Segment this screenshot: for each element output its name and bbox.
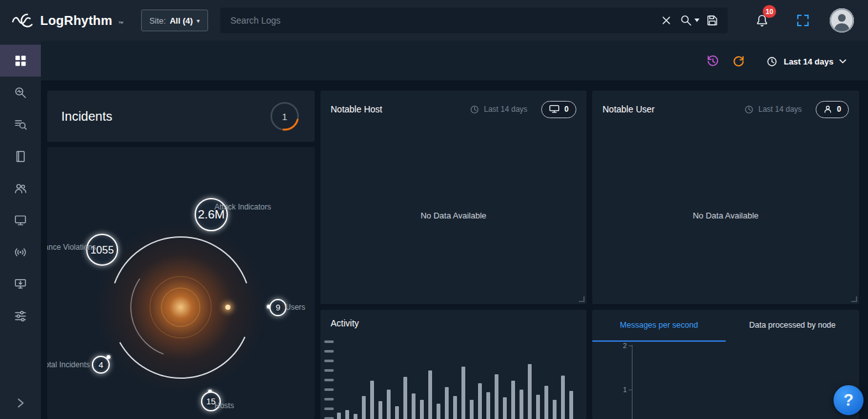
activity-bar	[536, 395, 540, 419]
chevron-down-icon	[694, 19, 700, 22]
notable-host-title: Notable Host	[331, 104, 382, 114]
notable-user-empty-text: No Data Available	[592, 211, 859, 220]
notable-host-empty-text: No Data Available	[320, 211, 587, 220]
sidebar-expand-button[interactable]	[0, 392, 41, 414]
save-search-button[interactable]	[701, 9, 724, 32]
chevron-right-icon	[15, 397, 26, 409]
axis-dash	[324, 369, 334, 372]
y-tick-label: 1	[617, 386, 627, 393]
sidebar-item-dashboards[interactable]	[0, 45, 41, 77]
activity-bar	[412, 393, 415, 419]
resize-handle[interactable]	[851, 296, 857, 302]
activity-bar	[445, 387, 449, 419]
chevron-down-icon: ▾	[197, 17, 200, 24]
axis-dash	[324, 398, 334, 400]
broadcast-icon	[13, 245, 27, 259]
sidebar-item-deployment-monitor[interactable]	[0, 268, 41, 300]
incidents-count: 1	[269, 100, 301, 132]
sidebar-item-people[interactable]	[0, 172, 41, 204]
notable-host-time-range: Last 14 days	[470, 105, 527, 114]
notable-host-header: Notable Host Last 14 days 0	[320, 91, 587, 128]
bubble-total-incidents[interactable]: 4	[92, 356, 110, 374]
activity-bar	[544, 386, 548, 419]
panel-metrics: Messages per second Data processed by no…	[592, 310, 859, 419]
help-button[interactable]: ?	[834, 385, 864, 415]
time-range-selector[interactable]: Last 14 days	[766, 56, 846, 68]
tab-data-processed-by-node[interactable]: Data processed by node	[726, 310, 859, 342]
activity-bar	[528, 364, 532, 419]
site-selector[interactable]: Site: All (4) ▾	[141, 10, 208, 31]
clock-icon	[470, 105, 479, 114]
sidebar-item-cases[interactable]	[0, 141, 41, 172]
restore-dashboard-button[interactable]	[702, 50, 724, 72]
panel-notable-host: Notable Host Last 14 days 0 No Data Avai…	[320, 91, 587, 304]
activity-bars	[337, 323, 581, 419]
clear-search-button[interactable]	[655, 9, 678, 32]
activity-bar	[503, 397, 507, 419]
notable-host-count: 0	[564, 105, 569, 114]
logo-trademark: ™	[118, 20, 123, 26]
activity-bar	[378, 401, 382, 419]
bubble-users[interactable]: 9	[269, 299, 287, 316]
axis-dash	[324, 408, 334, 410]
sidebar-item-hosts[interactable]	[0, 204, 41, 236]
axis-dash	[324, 350, 334, 353]
activity-bar	[387, 390, 391, 419]
search-button[interactable]	[678, 9, 701, 32]
notable-user-title: Notable User	[602, 104, 655, 114]
person-icon	[823, 105, 832, 114]
sidebar-item-analyze[interactable]	[0, 77, 41, 109]
notable-host-count-pill[interactable]: 0	[541, 101, 576, 118]
activity-bar	[495, 374, 498, 419]
top-bar: LogRhythm ™ Site: All (4) ▾	[0, 0, 868, 41]
activity-bar	[553, 400, 557, 419]
activity-bar	[486, 392, 490, 419]
activity-bar	[428, 370, 432, 419]
panel-activity: Activity	[320, 310, 587, 419]
activity-bar	[561, 376, 565, 419]
activity-bar	[362, 396, 366, 419]
axis-dash	[324, 360, 334, 362]
logrhythm-logo-icon	[11, 12, 34, 29]
site-value: All (4)	[170, 16, 193, 26]
activity-bar	[453, 396, 457, 419]
sidebar	[0, 41, 41, 419]
sidebar-item-settings[interactable]	[0, 300, 41, 332]
activity-bar	[470, 400, 474, 419]
log-search-icon	[13, 118, 27, 132]
notable-user-header: Notable User Last 14 days 0	[592, 91, 859, 128]
notable-user-time-range: Last 14 days	[744, 105, 802, 114]
y-tick-label: 2	[617, 342, 627, 349]
resize-handle[interactable]	[579, 296, 585, 302]
bubble-label-attack-indicators: Attack Indicators	[214, 202, 271, 211]
activity-bar	[395, 406, 399, 419]
activity-bar	[370, 381, 374, 419]
user-avatar[interactable]	[830, 8, 854, 33]
incidents-visualization[interactable]: 2.6M Attack Indicators 1055 Compliance V…	[47, 147, 315, 419]
y-tick-mark	[629, 390, 632, 390]
monitor-icon	[13, 213, 27, 227]
activity-bar	[337, 413, 341, 419]
search-input[interactable]	[220, 8, 655, 33]
activity-bar	[520, 390, 523, 419]
tab-messages-per-second[interactable]: Messages per second	[592, 310, 726, 342]
fullscreen-button[interactable]	[792, 10, 814, 31]
site-label: Site:	[149, 16, 166, 26]
clock-icon	[766, 56, 778, 68]
chevron-down-icon	[839, 59, 846, 64]
incidents-title: Incidents	[61, 109, 112, 124]
notable-user-count-pill[interactable]: 0	[816, 101, 849, 118]
dashboard-grid-icon	[13, 54, 27, 68]
sidebar-item-log-search[interactable]	[0, 109, 41, 141]
axis-dash	[324, 388, 334, 391]
sidebar-item-network-monitor[interactable]	[0, 236, 41, 268]
notifications-button[interactable]: 10	[751, 9, 774, 32]
people-icon	[13, 181, 27, 195]
refresh-button[interactable]	[728, 50, 749, 72]
search-bar	[220, 8, 728, 33]
activity-bar	[511, 381, 515, 419]
clock-icon	[744, 105, 754, 114]
time-range-label: Last 14 days	[784, 57, 834, 66]
dashboard-toolbar: Last 14 days	[41, 41, 868, 82]
incidents-count-ring[interactable]: 1	[269, 100, 301, 132]
